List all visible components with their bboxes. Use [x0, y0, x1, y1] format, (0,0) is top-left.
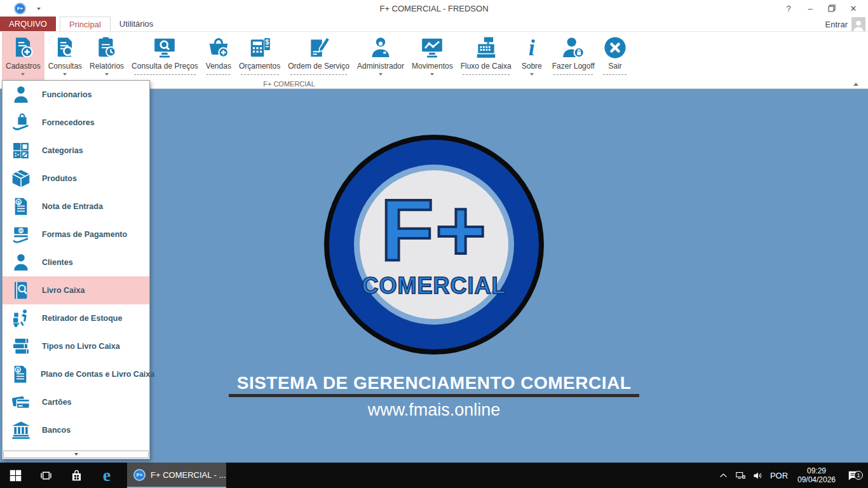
logoff-icon	[561, 34, 585, 62]
ribbon-button-label: Consultas	[48, 62, 82, 71]
menu-item-retirador-de-estoque[interactable]: Retirador de Estoque	[3, 304, 149, 332]
restore-icon	[828, 4, 836, 12]
dashed-underline	[207, 74, 230, 75]
speaker-icon	[752, 470, 763, 481]
menu-item-label: Bancos	[42, 426, 71, 435]
tab-utilitarios[interactable]: Utilitários	[111, 17, 162, 31]
menu-item-livro-caixa[interactable]: Livro Caixa	[3, 276, 149, 304]
menu-item-cartoes[interactable]: Cartões	[3, 388, 149, 416]
menu-item-categorias[interactable]: Categorias	[3, 137, 149, 165]
menu-item-label: Categorias	[42, 146, 83, 155]
ribbon-button-label: Relatórios	[90, 62, 124, 71]
document-dollar-icon: $	[10, 363, 31, 385]
taskbar-app-button[interactable]: F+ F+ COMERCIAL - ...	[127, 463, 226, 488]
menu-item-plano-de-contas[interactable]: $ Plano de Contas e Livro Caixa	[3, 360, 149, 388]
minimize-button[interactable]: –	[799, 0, 821, 17]
language-indicator[interactable]: POR	[766, 471, 792, 480]
cadastros-icon	[11, 34, 35, 62]
orcamentos-icon: $	[248, 34, 272, 62]
menu-scroll-down-button[interactable]	[3, 451, 149, 458]
menu-item-label: Formas de Pagamento	[42, 230, 127, 239]
menu-item-funcionarios[interactable]: Funcionarios	[3, 81, 149, 109]
chevron-down-icon	[21, 73, 25, 76]
ribbon-button-label: Ordem de Serviço	[288, 62, 349, 71]
ribbon-button-consultas[interactable]: Consultas	[44, 32, 86, 80]
ribbon-tabs: ARQUIVO Principal Utilitários Entrar	[0, 17, 868, 32]
tab-principal[interactable]: Principal	[60, 17, 111, 31]
chevron-down-icon	[63, 73, 67, 76]
menu-item-bancos[interactable]: Bancos	[3, 416, 149, 444]
ribbon-button-label: Orçamentos	[239, 62, 280, 71]
ribbon-button-orcamentos[interactable]: $ Orçamentos	[235, 32, 284, 80]
store-button[interactable]	[61, 463, 92, 488]
svg-text:$: $	[17, 367, 20, 373]
dashed-underline	[463, 74, 510, 75]
network-button[interactable]	[732, 470, 749, 481]
stock-dolly-icon	[10, 308, 32, 329]
dashed-underline	[290, 74, 347, 75]
person-icon	[10, 252, 32, 273]
ribbon-button-cadastros[interactable]: Cadastros	[2, 32, 44, 80]
close-button[interactable]: ✕	[843, 0, 864, 17]
start-button[interactable]	[0, 463, 31, 488]
hand-bag-icon	[10, 112, 32, 133]
ribbon-button-vendas[interactable]: Vendas	[202, 32, 235, 80]
book-search-icon	[10, 280, 32, 301]
menu-item-fornecedores[interactable]: Fornecedores	[3, 109, 149, 137]
ribbon-button-consulta-de-precos[interactable]: Consulta de Preços	[128, 32, 202, 80]
chevron-down-icon	[74, 453, 78, 456]
menu-item-nota-de-entrada[interactable]: $ Nota de Entrada	[3, 193, 149, 220]
menu-item-produtos[interactable]: Produtos	[3, 165, 149, 193]
ribbon-button-movimentos[interactable]: Movimentos	[408, 32, 457, 80]
menu-item-partial[interactable]	[3, 444, 149, 450]
action-center-button[interactable]: 1	[841, 470, 864, 482]
menu-item-clientes[interactable]: Clientes	[3, 248, 149, 276]
ribbon-button-label: Sobre	[522, 62, 542, 71]
cadastros-dropdown-menu: Funcionarios Fornecedores Categorias Pro…	[2, 80, 150, 459]
clock[interactable]: 09:29 09/04/2026	[792, 466, 841, 484]
chevron-up-icon	[853, 83, 858, 86]
logo-comercial-text: COMERCIAL	[362, 273, 506, 299]
product-box-icon	[10, 168, 32, 189]
help-button[interactable]: ?	[778, 0, 799, 17]
dashed-underline	[241, 74, 279, 75]
ribbon-button-label: Fazer Logoff	[552, 62, 595, 71]
tray-expand-button[interactable]	[715, 470, 732, 481]
consultas-icon	[53, 34, 77, 62]
edge-button[interactable]: e	[92, 463, 122, 488]
menu-item-label: Produtos	[42, 174, 77, 183]
ribbon-button-fazer-logoff[interactable]: Fazer Logoff	[548, 32, 599, 80]
menu-item-formas-de-pagamento[interactable]: $ Formas de Pagamento	[3, 220, 149, 248]
window-title: F+ COMERCIAL - FREDSON	[0, 4, 868, 13]
avatar[interactable]	[851, 17, 865, 31]
ribbon-button-ordem-de-servico[interactable]: Ordem de Serviço	[284, 32, 353, 80]
clock-date: 09/04/2026	[792, 475, 841, 484]
ribbon-button-relatorios[interactable]: Relatórios	[86, 32, 128, 80]
volume-button[interactable]	[749, 470, 766, 481]
dashed-underline	[134, 74, 195, 75]
ribbon-button-fluxo-de-caixa[interactable]: Fluxo de Caixa	[457, 32, 515, 80]
tab-arquivo[interactable]: ARQUIVO	[0, 17, 56, 31]
task-view-icon	[39, 469, 53, 482]
bank-icon	[10, 419, 32, 441]
administrador-icon	[369, 34, 393, 62]
logo-core: F+ COMERCIAL	[360, 170, 508, 319]
ribbon-button-label: Cadastros	[6, 62, 41, 71]
relatorios-icon	[95, 34, 119, 62]
chevron-down-icon	[430, 73, 434, 76]
ribbon-button-label: Consulta de Preços	[132, 62, 198, 71]
ribbon-button-administrador[interactable]: Administrador	[353, 32, 408, 80]
login-label[interactable]: Entrar	[825, 20, 848, 29]
ordem-servico-icon	[307, 34, 331, 62]
menu-item-label: Cartões	[42, 398, 72, 407]
restore-button[interactable]	[821, 0, 843, 17]
dashed-underline	[603, 74, 627, 75]
svg-text:$: $	[17, 200, 20, 205]
ribbon-button-sobre[interactable]: i Sobre	[515, 32, 548, 80]
sair-close-icon	[603, 34, 627, 62]
collapse-ribbon-button[interactable]	[851, 81, 860, 88]
task-view-button[interactable]	[31, 463, 61, 488]
menu-item-label: Livro Caixa	[42, 286, 85, 295]
menu-item-tipos-no-livro-caixa[interactable]: Tipos no Livro Caixa	[3, 332, 149, 360]
ribbon-button-sair[interactable]: Sair	[599, 32, 632, 80]
